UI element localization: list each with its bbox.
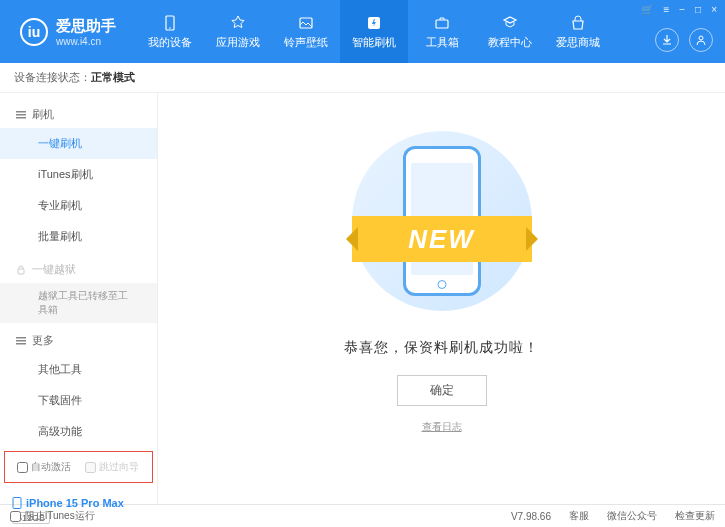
store-icon xyxy=(569,14,587,32)
sidebar-item-batch-flash[interactable]: 批量刷机 xyxy=(0,221,157,252)
svg-point-5 xyxy=(699,36,703,40)
auto-activate-checkbox[interactable]: 自动激活 xyxy=(17,460,71,474)
nav-ringtones[interactable]: 铃声壁纸 xyxy=(272,0,340,63)
activation-options: 自动激活 跳过向导 xyxy=(4,451,153,483)
svg-rect-4 xyxy=(436,20,448,28)
sidebar-jailbreak-header: 一键越狱 xyxy=(0,256,157,283)
check-update-link[interactable]: 检查更新 xyxy=(675,509,715,523)
sidebar-item-oneclick-flash[interactable]: 一键刷机 xyxy=(0,128,157,159)
phone-icon xyxy=(12,497,22,509)
svg-point-1 xyxy=(169,27,171,29)
svg-rect-6 xyxy=(16,111,26,113)
status-bar: 设备连接状态： 正常模式 xyxy=(0,63,725,93)
skip-wizard-checkbox[interactable]: 跳过向导 xyxy=(85,460,139,474)
success-illustration: NEW xyxy=(342,121,542,321)
close-icon[interactable]: × xyxy=(711,4,717,15)
logo-icon: iu xyxy=(20,18,48,46)
tutorial-icon xyxy=(501,14,519,32)
svg-rect-12 xyxy=(16,343,26,345)
support-link[interactable]: 客服 xyxy=(569,509,589,523)
nav-toolbox[interactable]: 工具箱 xyxy=(408,0,476,63)
sidebar-more-header[interactable]: 更多 xyxy=(0,327,157,354)
sidebar-item-advanced[interactable]: 高级功能 xyxy=(0,416,157,447)
maximize-icon[interactable]: □ xyxy=(695,4,701,15)
svg-rect-8 xyxy=(16,117,26,119)
main-content: NEW 恭喜您，保资料刷机成功啦！ 确定 查看日志 xyxy=(158,93,725,504)
block-itunes-checkbox[interactable]: 阻止iTunes运行 xyxy=(10,509,95,523)
main-nav: 我的设备 应用游戏 铃声壁纸 智能刷机 工具箱 教程中心 爱思商城 xyxy=(136,0,725,63)
svg-rect-11 xyxy=(16,340,26,342)
nav-apps[interactable]: 应用游戏 xyxy=(204,0,272,63)
logo-url: www.i4.cn xyxy=(56,36,116,47)
device-name[interactable]: iPhone 15 Pro Max xyxy=(12,497,145,509)
list-icon xyxy=(16,336,26,346)
menu-icon[interactable]: ≡ xyxy=(663,4,669,15)
toolbox-icon xyxy=(433,14,451,32)
sidebar-item-download-firmware[interactable]: 下载固件 xyxy=(0,385,157,416)
logo: iu 爱思助手 www.i4.cn xyxy=(0,17,136,47)
cart-icon[interactable]: 🛒 xyxy=(641,4,653,15)
status-label: 设备连接状态： xyxy=(14,70,91,85)
success-message: 恭喜您，保资料刷机成功啦！ xyxy=(344,339,539,357)
sidebar-item-itunes-flash[interactable]: iTunes刷机 xyxy=(0,159,157,190)
app-header: iu 爱思助手 www.i4.cn 我的设备 应用游戏 铃声壁纸 智能刷机 工具… xyxy=(0,0,725,63)
status-mode: 正常模式 xyxy=(91,70,135,85)
window-controls: 🛒 ≡ − □ × xyxy=(641,4,717,15)
device-icon xyxy=(161,14,179,32)
wallpaper-icon xyxy=(297,14,315,32)
user-button[interactable] xyxy=(689,28,713,52)
nav-tutorials[interactable]: 教程中心 xyxy=(476,0,544,63)
svg-rect-13 xyxy=(13,498,21,509)
sidebar-flash-header[interactable]: 刷机 xyxy=(0,101,157,128)
new-ribbon: NEW xyxy=(352,216,532,262)
download-button[interactable] xyxy=(655,28,679,52)
nav-my-device[interactable]: 我的设备 xyxy=(136,0,204,63)
svg-rect-10 xyxy=(16,337,26,339)
view-log-link[interactable]: 查看日志 xyxy=(422,420,462,434)
minimize-icon[interactable]: − xyxy=(679,4,685,15)
wechat-link[interactable]: 微信公众号 xyxy=(607,509,657,523)
nav-smart-flash[interactable]: 智能刷机 xyxy=(340,0,408,63)
svg-rect-7 xyxy=(16,114,26,116)
flash-icon xyxy=(365,14,383,32)
svg-rect-9 xyxy=(18,269,24,274)
list-icon xyxy=(16,110,26,120)
version-label: V7.98.66 xyxy=(511,511,551,522)
header-right-buttons xyxy=(655,28,713,52)
nav-store[interactable]: 爱思商城 xyxy=(544,0,612,63)
sidebar-item-other-tools[interactable]: 其他工具 xyxy=(0,354,157,385)
ok-button[interactable]: 确定 xyxy=(397,375,487,406)
apps-icon xyxy=(229,14,247,32)
sidebar: 刷机 一键刷机 iTunes刷机 专业刷机 批量刷机 一键越狱 越狱工具已转移至… xyxy=(0,93,158,504)
lock-icon xyxy=(16,265,26,275)
sidebar-item-pro-flash[interactable]: 专业刷机 xyxy=(0,190,157,221)
logo-title: 爱思助手 xyxy=(56,17,116,36)
sidebar-jailbreak-note: 越狱工具已转移至工具箱 xyxy=(0,283,157,323)
